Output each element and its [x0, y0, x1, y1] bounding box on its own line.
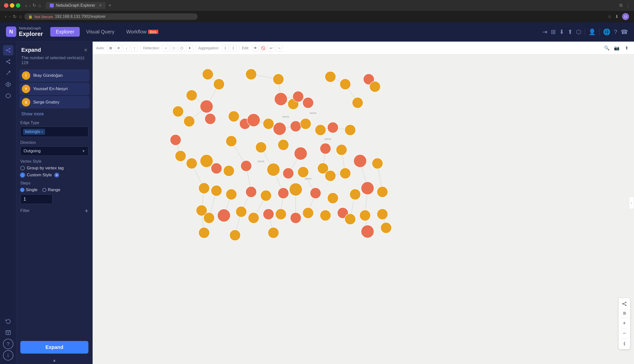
svg-point-142: [303, 208, 314, 218]
show-more-button[interactable]: Show more: [16, 110, 92, 118]
nav-icon-1[interactable]: ⇥: [542, 28, 547, 36]
addr-forward[interactable]: ›: [9, 14, 10, 19]
svg-point-116: [298, 167, 308, 178]
radio-range[interactable]: Range: [42, 188, 60, 192]
icon-bar-item-share[interactable]: [3, 56, 13, 67]
toolbar-icon-4[interactable]: ↑: [131, 44, 138, 52]
toolbar-icon-2[interactable]: ✕: [115, 44, 122, 52]
panel-header: Expand ×: [16, 42, 92, 56]
nav-icon-phone[interactable]: ☎: [621, 28, 628, 36]
svg-point-123: [211, 185, 222, 196]
toolbar-det-1[interactable]: ○: [162, 44, 170, 52]
zoom-collapse-btn[interactable]: ⟪: [620, 339, 628, 348]
tab-close[interactable]: ×: [99, 3, 101, 8]
toolbar-edit-redo[interactable]: ↪: [276, 44, 282, 52]
filter-add-button[interactable]: +: [85, 208, 88, 214]
toolbar-agg-2[interactable]: ⟩: [230, 44, 237, 52]
svg-point-96: [290, 121, 301, 132]
nav-item-explorer[interactable]: Explorer: [50, 27, 80, 37]
svg-point-130: [328, 193, 338, 204]
nav-icon-user[interactable]: 👤: [588, 28, 596, 36]
icon-bar-item-history[interactable]: [3, 316, 13, 326]
svg-point-110: [200, 154, 213, 168]
range-label: Range: [48, 188, 60, 192]
bookmark-icon[interactable]: ☆: [608, 14, 612, 19]
dot-yellow[interactable]: [10, 3, 14, 8]
svg-point-112: [224, 166, 234, 176]
nav-item-visual-query[interactable]: Visual Query: [81, 27, 120, 37]
icon-bar-item-help[interactable]: ?: [3, 339, 13, 349]
nav-icon-2[interactable]: ⊞: [551, 28, 556, 36]
addr-back[interactable]: ‹: [5, 14, 6, 19]
toolbar-camera-btn[interactable]: 📷: [613, 44, 621, 52]
toolbar-det-2[interactable]: □: [170, 44, 177, 52]
vertex-item-2[interactable]: S Serge Gnabry: [19, 96, 90, 108]
nav-forward[interactable]: ›: [29, 3, 31, 8]
icon-bar-item-algo[interactable]: [3, 79, 13, 90]
icon-bar-item-table[interactable]: [3, 327, 13, 338]
nav-refresh[interactable]: ↻: [32, 3, 36, 8]
edge-tag-remove[interactable]: ×: [41, 130, 43, 134]
edge-type-field: Edge Type belongto ×: [20, 120, 88, 137]
toolbar-edit-1[interactable]: 👁: [252, 44, 259, 52]
graph-area: Auto: ⊞ ✕ ↓ ↑ Detection: ○ □ ⬡ ✦ Aggrega…: [92, 42, 634, 364]
new-tab-btn[interactable]: +: [108, 3, 112, 8]
vertex-item-1[interactable]: Y Youssef En-Nesyri: [19, 83, 90, 95]
browser-titlebar: ‹ › ↻ ⌂ NebulaGraph Explorer × + ⧉ ⋮: [0, 0, 634, 11]
nav-icon-globe[interactable]: 🌐: [603, 28, 610, 36]
nav-icon-download[interactable]: ⬇: [559, 28, 564, 36]
toolbar-edit-2[interactable]: 🚫: [260, 44, 267, 52]
toolbar-det-4[interactable]: ✦: [186, 44, 193, 52]
svg-point-115: [283, 168, 294, 179]
icon-bar-item-info[interactable]: i: [3, 350, 13, 360]
svg-point-143: [320, 210, 331, 221]
toolbar-edit-undo[interactable]: ↩: [268, 44, 275, 52]
nav-icon-import[interactable]: ⬆: [568, 28, 572, 36]
panel-close-button[interactable]: ×: [84, 46, 88, 54]
expand-button[interactable]: Expand: [20, 341, 88, 354]
icon-bar-item-edge[interactable]: [3, 68, 13, 78]
dot-red[interactable]: [4, 3, 8, 8]
nav-icon-layout[interactable]: ⬡: [576, 28, 581, 36]
main-area: ? i Expand × The number of selected vert…: [0, 42, 634, 364]
vertex-item-0[interactable]: İ İlkay Gündoğan: [19, 69, 90, 82]
extensions-icon[interactable]: ⧉: [620, 3, 622, 8]
graph-canvas[interactable]: serve serve serve serve serve: [92, 54, 634, 364]
radio-custom-style[interactable]: Custom Style ⚙: [20, 172, 88, 178]
zoom-in-button[interactable]: +: [620, 319, 628, 327]
toolbar-det-3[interactable]: ⬡: [178, 44, 185, 52]
graph-collapse-btn[interactable]: ‹: [629, 196, 634, 209]
nav-item-workflow[interactable]: Workflow Beta: [121, 27, 164, 37]
radio-single-circle: [20, 188, 24, 192]
steps-input[interactable]: [20, 194, 52, 204]
toolbar-search-btn[interactable]: 🔍: [603, 44, 611, 52]
radio-single[interactable]: Single: [20, 188, 38, 192]
address-box[interactable]: 🔒 Not Secure 192.168.8.131:7002/explorer: [24, 13, 198, 20]
profile-icon[interactable]: U: [622, 13, 629, 20]
direction-select[interactable]: Outgoing ▼: [20, 146, 88, 156]
zoom-fit-btn[interactable]: ⊞: [620, 309, 628, 317]
edge-type-input[interactable]: belongto ×: [20, 126, 88, 137]
download-icon[interactable]: ⬇: [615, 14, 619, 19]
browser-tab[interactable]: NebulaGraph Explorer ×: [46, 2, 106, 9]
radio-group-by-tag[interactable]: Group by vertex tag: [20, 166, 88, 170]
toolbar-icon-1[interactable]: ⊞: [107, 44, 114, 52]
nav-icon-help[interactable]: ?: [614, 28, 617, 36]
graph-nodes[interactable]: [170, 69, 392, 241]
toolbar-agg-1[interactable]: ⟨: [222, 44, 229, 52]
nav-back[interactable]: ‹: [25, 3, 27, 8]
nav-home[interactable]: ⌂: [38, 3, 41, 8]
custom-style-icon[interactable]: ⚙: [54, 172, 59, 178]
addr-refresh[interactable]: ↻: [13, 14, 16, 19]
toolbar-share-btn[interactable]: ⬆: [622, 44, 630, 52]
svg-point-119: [340, 168, 351, 179]
zoom-out-button[interactable]: −: [620, 329, 628, 338]
zoom-graph-icon[interactable]: [620, 300, 628, 308]
icon-bar-item-graph[interactable]: [3, 45, 13, 56]
svg-point-152: [381, 222, 392, 233]
addr-home[interactable]: ⌂: [19, 14, 22, 19]
icon-bar-item-layout[interactable]: [3, 91, 13, 101]
dot-green[interactable]: [16, 3, 20, 8]
menu-icon[interactable]: ⋮: [626, 3, 630, 8]
toolbar-icon-3[interactable]: ↓: [123, 44, 130, 52]
